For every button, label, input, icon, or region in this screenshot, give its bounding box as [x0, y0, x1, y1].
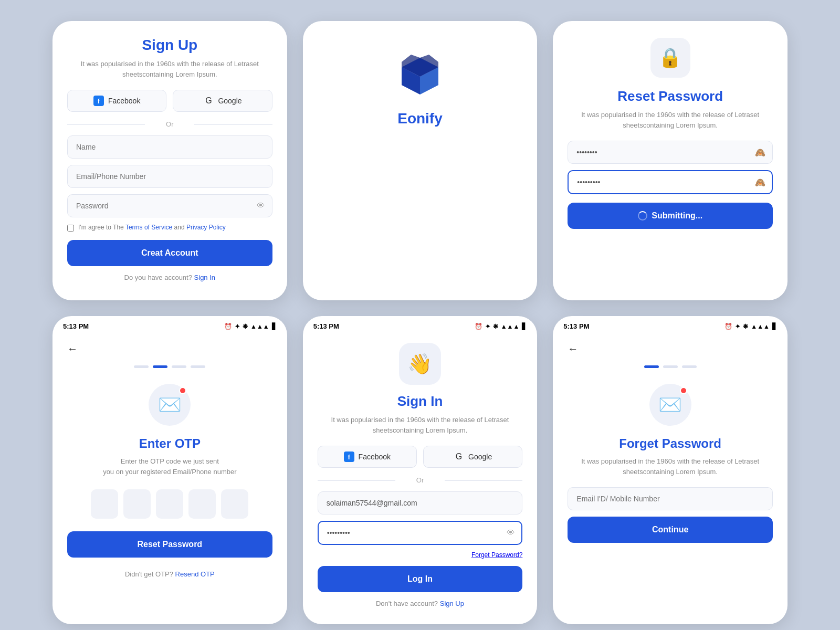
reset-password1-input[interactable] [568, 141, 773, 164]
facebook-icon: f [93, 96, 104, 106]
back-button[interactable]: ← [67, 343, 272, 355]
privacy-policy-link[interactable]: Privacy Policy [186, 224, 226, 231]
otp-input-3[interactable] [156, 489, 183, 519]
statusbar-time: 5:13 PM [63, 322, 89, 330]
signin-facebook-label: Facebook [359, 453, 391, 461]
otp-title: Enter OTP [67, 436, 272, 451]
statusbar-icons: ⏰ ✦ ❋ ▲▲▲ ▋ [224, 323, 277, 330]
signin-eye-icon[interactable]: 👁 [507, 528, 515, 538]
social-buttons-row: f Facebook G Google [67, 90, 272, 112]
otp-input-4[interactable] [188, 489, 216, 519]
continue-button[interactable]: Continue [568, 517, 773, 543]
email-icon-wrapper: ✉️ [149, 384, 191, 426]
facebook-button[interactable]: f Facebook [67, 90, 166, 112]
forget-subtitle: It was popularised in the 1960s with the… [568, 456, 773, 477]
terms-row: I'm agree to The Terms of Service and Pr… [67, 224, 272, 232]
forget-notification-dot [680, 387, 687, 394]
signup-title: Sign Up [67, 37, 272, 54]
signup-link[interactable]: Sign Up [440, 600, 464, 607]
otp-dot-3 [172, 365, 186, 368]
eye-icon[interactable]: 👁 [257, 201, 265, 211]
eonify-card: Eonify [303, 21, 538, 300]
forget-email-input[interactable] [568, 487, 773, 510]
register-prompt-row: Don't have account? Sign Up [318, 600, 523, 607]
google-button[interactable]: G Google [173, 90, 272, 112]
otp-input-1[interactable] [91, 489, 118, 519]
reset-password-card: 🔒 Reset Password It was popularised in t… [553, 21, 788, 300]
reset-password2-wrapper: 🙈 [568, 170, 773, 194]
signin-title: Sign In [318, 393, 523, 410]
google-icon: G [203, 96, 214, 106]
signup-card: Sign Up It was popularised in the 1960s … [52, 21, 287, 300]
main-grid: Sign Up It was popularised in the 1960s … [52, 21, 788, 624]
lock-icon-wrapper: 🔒 [650, 38, 690, 78]
otp-dot-4 [191, 365, 205, 368]
statusbar-otp: 5:13 PM ⏰ ✦ ❋ ▲▲▲ ▋ [52, 316, 287, 334]
signin-or-divider: Or [318, 476, 523, 484]
or-divider: Or [67, 120, 272, 128]
statusbar-icons-signin: ⏰ ✦ ❋ ▲▲▲ ▋ [475, 323, 527, 330]
email-icon: ✉️ [158, 394, 182, 416]
notification-dot [179, 387, 186, 394]
name-input[interactable] [67, 135, 272, 159]
otp-input-row [67, 489, 272, 519]
login-button[interactable]: Log In [318, 566, 523, 592]
signin-facebook-icon: f [344, 452, 354, 462]
create-account-button[interactable]: Creat Account [67, 240, 272, 266]
eye-icon-2[interactable]: 🙈 [755, 177, 765, 187]
signin-prompt-row: Do you have account? Sign In [67, 274, 272, 281]
otp-content: ← ✉️ Enter OTP Enter the OTP code we jus… [52, 334, 287, 595]
otp-dot-1 [134, 365, 149, 368]
enter-otp-card: 5:13 PM ⏰ ✦ ❋ ▲▲▲ ▋ ← ✉️ Enter OTP [52, 316, 287, 624]
statusbar-signin: 5:13 PM ⏰ ✦ ❋ ▲▲▲ ▋ [303, 316, 538, 334]
email-input[interactable] [67, 165, 272, 188]
resend-otp-link[interactable]: Resend OTP [175, 570, 215, 578]
resend-row: Didn't get OTP? Resend OTP [67, 570, 272, 578]
signin-google-button[interactable]: G Google [423, 446, 522, 468]
otp-input-2[interactable] [123, 489, 151, 519]
forget-dot-2 [663, 365, 678, 368]
lock-icon: 🔒 [658, 47, 682, 69]
hand-icon-wrapper: 👋 [399, 343, 441, 385]
statusbar-time-signin: 5:13 PM [313, 322, 339, 330]
otp-progress-dots [67, 365, 272, 368]
eye-icon-1[interactable]: 🙈 [755, 148, 765, 158]
signin-social-row: f Facebook G Google [318, 446, 523, 468]
reset-password1-wrapper: 🙈 [568, 141, 773, 164]
reset-password2-input[interactable] [568, 170, 773, 194]
submit-button[interactable]: Submitting... [568, 203, 773, 229]
password-wrapper: 👁 [67, 194, 272, 217]
forget-email-icon-wrapper: ✉️ [649, 384, 691, 426]
password-input[interactable] [67, 194, 272, 217]
reset-password-title: Reset Password [568, 88, 773, 104]
signin-card: 5:13 PM ⏰ ✦ ❋ ▲▲▲ ▋ 👋 Sign In It was pop… [303, 316, 538, 624]
forget-dot-3 [682, 365, 697, 368]
otp-dot-2 [153, 365, 167, 368]
google-label: Google [218, 97, 242, 105]
eonify-title: Eonify [397, 110, 443, 127]
otp-input-5[interactable] [221, 489, 248, 519]
terms-of-service-link[interactable]: Terms of Service [125, 224, 172, 231]
forget-content: ← ✉️ Forget Password It was popularised … [553, 334, 788, 567]
signin-link[interactable]: Sign In [194, 274, 215, 281]
forgot-password-link[interactable]: Forget Password? [471, 551, 522, 559]
signin-facebook-button[interactable]: f Facebook [318, 446, 417, 468]
forget-password-card: 5:13 PM ⏰ ✦ ❋ ▲▲▲ ▋ ← ✉️ Forget Password… [553, 316, 788, 624]
forgot-password-row: Forget Password? [318, 551, 523, 559]
forget-dot-1 [644, 365, 659, 368]
reset-password-button[interactable]: Reset Password [67, 531, 272, 558]
signin-password-input[interactable] [318, 521, 523, 545]
forget-progress-dots [568, 365, 773, 368]
signin-google-icon: G [454, 452, 464, 462]
signin-subtitle: It was popularised in the 1960s with the… [318, 415, 523, 435]
signin-email-input[interactable] [318, 491, 523, 514]
reset-password-subtitle: It was popularised in the 1960s with the… [568, 110, 773, 130]
statusbar-icons-forget: ⏰ ✦ ❋ ▲▲▲ ▋ [724, 323, 777, 330]
otp-description: Enter the OTP code we just sent you on y… [67, 456, 272, 477]
statusbar-time-forget: 5:13 PM [563, 322, 589, 330]
forget-title: Forget Password [568, 436, 773, 451]
eonify-logo-icon [396, 52, 444, 100]
terms-text: I'm agree to The Terms of Service and Pr… [78, 224, 226, 231]
forget-back-button[interactable]: ← [568, 343, 773, 355]
terms-checkbox[interactable] [67, 225, 74, 232]
